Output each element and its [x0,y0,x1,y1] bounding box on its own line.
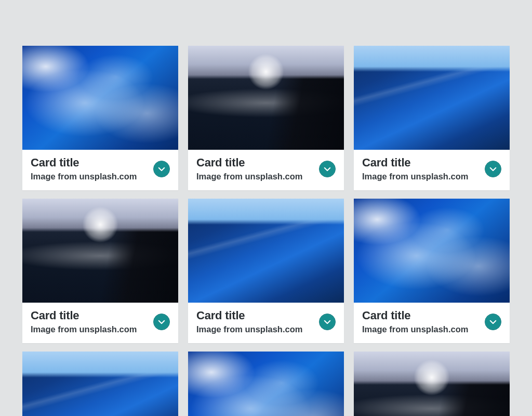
card-title: Card title [196,308,302,323]
card-image [188,199,344,303]
card-image [354,46,510,150]
card-image [22,46,178,150]
card-subtitle: Image from unsplash.com [31,323,137,335]
chevron-down-icon [488,317,498,327]
card-title: Card title [31,308,137,323]
card-image [188,46,344,150]
card-meta: Card title Image from unsplash.com [22,303,178,343]
card[interactable]: Card title Image from unsplash.com [188,199,344,343]
expand-button[interactable] [485,161,501,177]
card[interactable]: Card title Image from unsplash.com [354,352,510,416]
card-image [354,352,510,416]
chevron-down-icon [157,164,166,174]
chevron-down-icon [488,164,498,174]
card-meta: Card title Image from unsplash.com [354,150,510,190]
card[interactable]: Card title Image from unsplash.com [354,199,510,343]
card[interactable]: Card title Image from unsplash.com [188,46,344,190]
chevron-down-icon [323,164,332,174]
expand-button[interactable] [485,314,501,330]
chevron-down-icon [323,317,332,327]
card-image [22,199,178,303]
card-grid: Card title Image from unsplash.com Card … [0,0,532,416]
card-meta: Card title Image from unsplash.com [22,150,178,190]
card-meta: Card title Image from unsplash.com [354,303,510,343]
card-title: Card title [196,155,302,170]
card-subtitle: Image from unsplash.com [362,171,468,183]
card-image [22,352,178,416]
card-subtitle: Image from unsplash.com [31,171,137,183]
card[interactable]: Card title Image from unsplash.com [22,352,178,416]
card-title: Card title [362,155,468,170]
card[interactable]: Card title Image from unsplash.com [22,199,178,343]
card-meta: Card title Image from unsplash.com [188,150,344,190]
card-subtitle: Image from unsplash.com [362,323,468,335]
card-subtitle: Image from unsplash.com [196,171,302,183]
card-title: Card title [362,308,468,323]
card-meta: Card title Image from unsplash.com [188,303,344,343]
card[interactable]: Card title Image from unsplash.com [22,46,178,190]
card-title: Card title [31,155,137,170]
card-subtitle: Image from unsplash.com [196,323,302,335]
expand-button[interactable] [153,161,170,177]
expand-button[interactable] [319,161,336,177]
chevron-down-icon [157,317,166,327]
card[interactable]: Card title Image from unsplash.com [188,352,344,416]
card-image [354,199,510,303]
card[interactable]: Card title Image from unsplash.com [354,46,510,190]
expand-button[interactable] [319,314,336,330]
expand-button[interactable] [153,314,170,330]
card-image [188,352,344,416]
